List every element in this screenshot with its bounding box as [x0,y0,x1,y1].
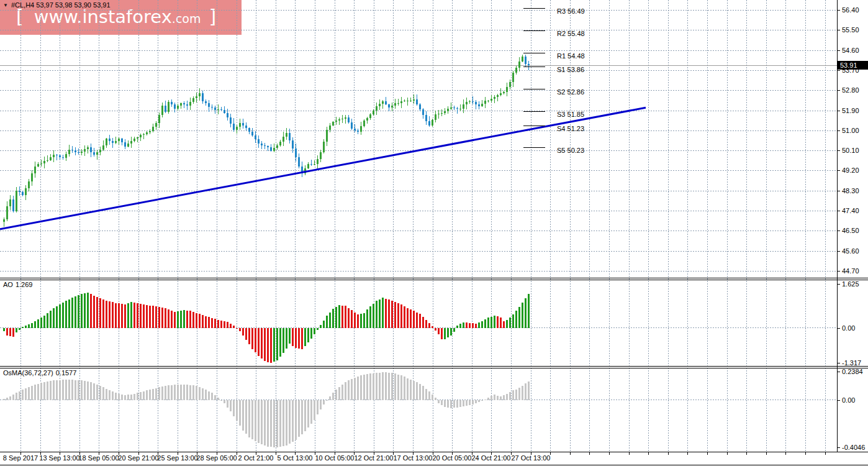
price-tick-label: 51.90 [842,107,859,114]
price-tick-label: 54.60 [842,47,859,54]
chart-canvas[interactable]: R3 56.49R2 55.48R1 54.48S1 53.86S2 52.86… [0,0,868,466]
ao-tick-label: 1.625 [842,280,859,288]
pivot-label: R1 54.48 [557,52,585,60]
panel-borders [0,0,868,465]
time-axis-label: 2 Oct 21:00 [238,454,274,462]
price-tick-label: 47.40 [842,207,859,214]
price-axis[interactable]: 56.4055.5054.6053.7052.8051.9051.0050.10… [837,6,865,451]
time-axis-label: 24 Oct 21:00 [472,454,511,462]
time-axis[interactable]: 8 Sep 201713 Sep 13:0018 Sep 05:0020 Sep… [3,452,826,462]
osma-tick-label: 0.2384 [842,368,863,375]
ao-indicator-label: AO1.269 [3,281,32,289]
pivot-levels: R3 56.49R2 55.48R1 54.48S1 53.86S2 52.86… [523,7,585,154]
osma-name: OsMA(36,72,27) [3,369,53,377]
time-axis-label: 13 Sep 13:00 [39,454,79,462]
pivot-label: S4 51.23 [557,125,584,132]
pivot-label: S1 53.86 [557,66,584,73]
ao-tick-label: -1.317 [842,359,861,367]
grid-lines [0,0,837,452]
price-tick-label: 50.10 [842,147,859,154]
time-axis-label: 25 Sep 13:00 [157,454,197,462]
ao-name: AO [3,281,13,288]
price-tick-label: 52.80 [842,86,859,94]
time-axis-label: 20 Sep 21:00 [118,454,158,462]
candlestick-series [3,55,530,227]
time-axis-label: 8 Sep 2017 [3,454,38,462]
osma-tick-label: 0.00 [842,396,855,404]
price-tick-label: 46.50 [842,227,859,234]
time-axis-label: 28 Sep 05:00 [196,454,237,462]
pivot-label: R2 55.48 [557,30,585,37]
time-axis-label: 20 Oct 05:00 [433,454,472,462]
time-axis-label: 5 Oct 13:00 [278,454,313,462]
symbol-ohlc-line: ▼ #CL,H4 53,97 53,98 53,90 53,91 [3,1,111,9]
osma-value: 0.1577 [56,369,77,377]
price-tick-label: 55.50 [842,26,859,34]
chart-dropdown-icon[interactable]: ▼ [3,1,8,9]
time-axis-label: 27 Oct 13:00 [512,454,551,462]
osma-indicator-label: OsMA(36,72,27)0.1577 [3,369,76,377]
ao-tick-label: 0.00 [842,324,855,332]
chart-window: R3 56.49R2 55.48R1 54.48S1 53.86S2 52.86… [0,0,868,466]
pivot-label: R3 56.49 [557,7,585,15]
price-tick-label: 45.60 [842,247,859,255]
price-tick-label: 48.30 [842,187,859,194]
osma-histogram [3,372,530,447]
symbol-ohlc-text: #CL,H4 53,97 53,98 53,90 53,91 [11,1,111,9]
current-price-badge: 53.91 [837,61,868,70]
time-axis-label: 18 Sep 05:00 [78,454,119,462]
price-tick-label: 44.70 [842,267,859,275]
ao-value: 1.269 [16,281,33,288]
price-tick-label: 56.40 [842,6,859,14]
time-axis-label: 12 Oct 21:00 [355,454,394,462]
price-tick-label: 51.00 [842,127,859,134]
price-tick-label: 49.20 [842,167,859,174]
osma-tick-label: -0.4046 [842,444,865,451]
pivot-label: S5 50.23 [557,147,584,154]
pivot-label: S2 52.86 [557,88,584,96]
time-axis-label: 17 Oct 13:00 [394,454,433,462]
pivot-label: S3 51.85 [557,111,584,118]
time-axis-label: 10 Oct 05:00 [315,454,355,462]
